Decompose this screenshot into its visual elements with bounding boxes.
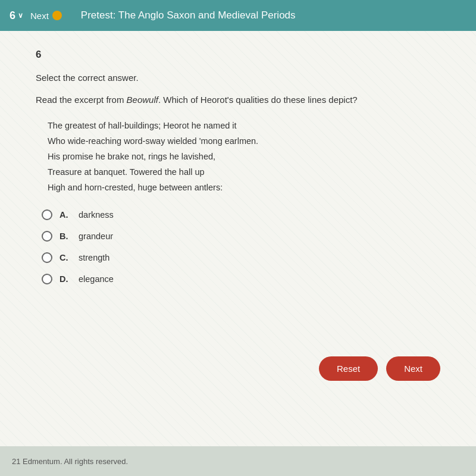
option-b-row[interactable]: B. grandeur (42, 231, 440, 242)
excerpt-line-2: Who wide-reaching word-sway wielded 'mon… (48, 133, 440, 149)
reset-button[interactable]: Reset (319, 356, 378, 381)
radio-b[interactable] (42, 231, 52, 242)
instruction-text: Select the correct answer. (36, 73, 440, 83)
next-button[interactable]: Next (386, 356, 440, 381)
excerpt-block: The greatest of hall-buildings; Heorot h… (48, 118, 440, 195)
footer: 21 Edmentum. All rights reserved. (0, 446, 476, 476)
option-c-letter: C. (60, 253, 71, 262)
excerpt-line-5: High and horn-crested, huge between antl… (48, 180, 440, 195)
radio-c[interactable] (42, 252, 52, 263)
option-d-row[interactable]: D. elegance (42, 274, 440, 284)
circle-icon (52, 11, 62, 20)
book-title-italic: Beowulf (127, 95, 158, 105)
excerpt-line-1: The greatest of hall-buildings; Heorot h… (48, 118, 440, 133)
footer-text: 21 Edmentum. All rights reserved. (12, 457, 128, 466)
option-b-letter: B. (60, 231, 71, 241)
question-number-nav: 6 ∨ (10, 10, 23, 22)
option-d-text: elegance (79, 274, 114, 284)
option-d-letter: D. (60, 274, 71, 284)
top-navigation-bar: 6 ∨ Next Pretest: The Anglo Saxon and Me… (0, 0, 476, 31)
prompt-after-italic: . Which of Heorot's qualities do these l… (158, 95, 358, 105)
nav-next-label: Next (30, 11, 49, 21)
prompt-before-italic: Read the excerpt from (36, 95, 127, 105)
nav-next-button[interactable]: Next (30, 11, 62, 21)
option-c-text: strength (79, 253, 109, 262)
option-a-text: darkness (79, 210, 114, 220)
question-number-label: 6 (36, 49, 440, 61)
option-a-row[interactable]: A. darkness (42, 209, 440, 220)
option-c-row[interactable]: C. strength (42, 252, 440, 263)
radio-d[interactable] (42, 274, 52, 284)
excerpt-line-3: His promise he brake not, rings he lavis… (48, 149, 440, 164)
page-title: Pretest: The Anglo Saxon and Medieval Pe… (81, 10, 296, 21)
question-text: Read the excerpt from Beowulf. Which of … (36, 93, 440, 107)
chevron-down-icon[interactable]: ∨ (18, 11, 23, 20)
nav-question-num: 6 (10, 10, 15, 22)
option-b-text: grandeur (79, 231, 113, 241)
answer-options: A. darkness B. grandeur C. strength D. e… (42, 209, 440, 284)
radio-a[interactable] (42, 209, 52, 220)
action-buttons: Reset Next (319, 356, 440, 381)
excerpt-line-4: Treasure at banquet. Towered the hall up (48, 164, 440, 180)
option-a-letter: A. (60, 210, 71, 220)
main-content-area: 6 Select the correct answer. Read the ex… (0, 31, 476, 476)
